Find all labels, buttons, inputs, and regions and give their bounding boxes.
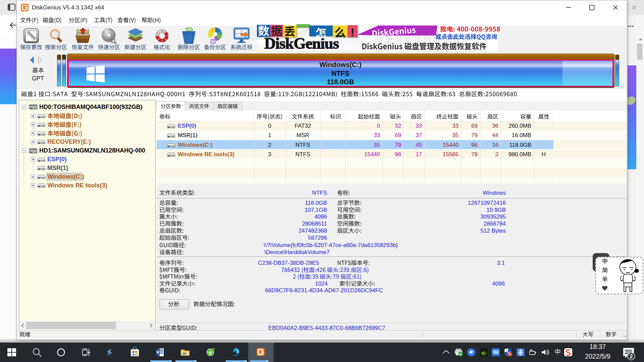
svg-text:2: 2 — [630, 353, 633, 360]
svg-text:int: int — [494, 351, 497, 354]
